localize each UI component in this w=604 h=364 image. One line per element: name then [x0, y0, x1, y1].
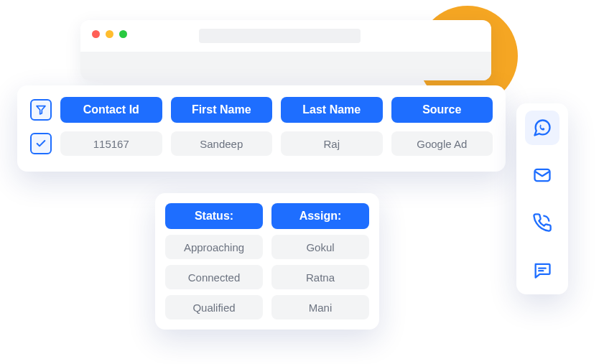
filter-icon: [35, 104, 47, 116]
assign-option-mani[interactable]: Mani: [271, 295, 369, 319]
browser-window: [80, 20, 491, 80]
close-window-icon[interactable]: [92, 30, 100, 38]
phone-button[interactable]: [525, 205, 559, 240]
cell-contact-id: 115167: [60, 131, 162, 156]
mail-icon: [532, 165, 552, 185]
assign-header: Assign:: [271, 203, 369, 229]
column-header-first-name[interactable]: First Name: [171, 97, 273, 123]
maximize-window-icon[interactable]: [119, 30, 127, 38]
status-option-qualified[interactable]: Qualified: [165, 295, 263, 319]
assign-option-gokul[interactable]: Gokul: [271, 235, 369, 259]
table-row: 115167 Sandeep Raj Google Ad: [30, 131, 493, 156]
cell-last-name: Raj: [281, 131, 383, 156]
url-bar[interactable]: [199, 29, 361, 43]
cell-first-name: Sandeep: [171, 131, 273, 156]
phone-icon: [532, 213, 552, 233]
traffic-lights: [92, 30, 127, 38]
svg-marker-0: [37, 106, 45, 114]
whatsapp-button[interactable]: [525, 111, 559, 145]
status-column: Status: Approaching Connected Qualified: [165, 203, 263, 319]
table-header-row: Contact Id First Name Last Name Source: [30, 97, 493, 123]
column-header-source[interactable]: Source: [391, 97, 493, 123]
tab-bar: [80, 52, 491, 80]
status-assign-popup: Status: Approaching Connected Qualified …: [155, 193, 379, 330]
status-option-connected[interactable]: Connected: [165, 265, 263, 289]
check-icon: [35, 138, 47, 149]
column-header-contact-id[interactable]: Contact Id: [60, 97, 162, 123]
contacts-table-card: Contact Id First Name Last Name Source 1…: [17, 85, 506, 172]
row-checkbox[interactable]: [30, 133, 52, 154]
cell-source: Google Ad: [391, 131, 493, 156]
column-header-last-name[interactable]: Last Name: [281, 97, 383, 123]
assign-column: Assign: Gokul Ratna Mani: [271, 203, 369, 319]
mail-button[interactable]: [525, 158, 559, 192]
chat-icon: [532, 260, 552, 280]
assign-option-ratna[interactable]: Ratna: [271, 265, 369, 289]
whatsapp-icon: [532, 118, 552, 138]
minimize-window-icon[interactable]: [106, 30, 113, 38]
status-option-approaching[interactable]: Approaching: [165, 235, 263, 259]
chat-button[interactable]: [525, 253, 559, 287]
channel-rail: [516, 103, 568, 294]
status-header: Status:: [165, 203, 263, 229]
filter-button[interactable]: [30, 99, 52, 121]
